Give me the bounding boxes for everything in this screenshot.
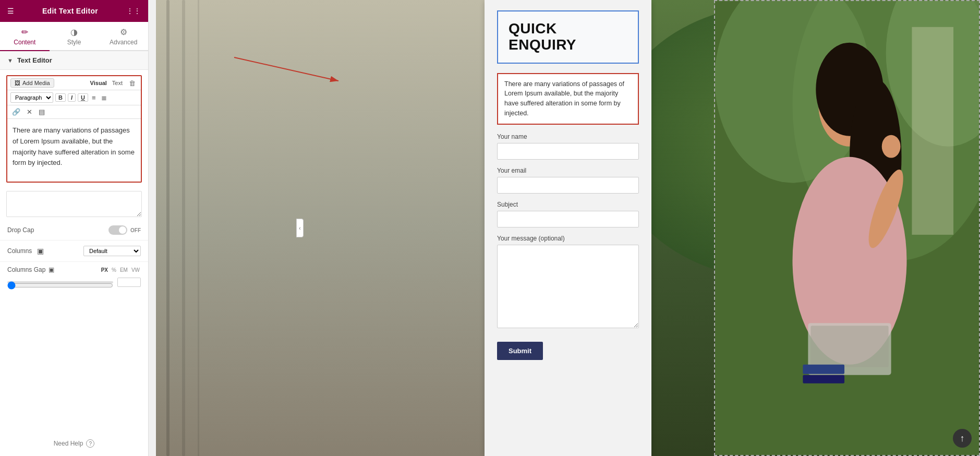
visual-button[interactable]: Visual <box>88 79 109 87</box>
advanced-icon: ⚙ <box>120 27 127 37</box>
submit-button[interactable]: Submit <box>497 342 543 360</box>
text-button[interactable]: Text <box>110 79 125 87</box>
align-button[interactable]: ▤ <box>37 107 46 116</box>
hamburger-icon[interactable]: ☰ <box>7 7 14 15</box>
panel-title: Edit Text Editor <box>42 7 98 15</box>
columns-label: Columns <box>7 247 32 255</box>
svg-rect-13 <box>803 375 844 383</box>
add-media-button[interactable]: 🖼 Add Media <box>10 78 54 88</box>
help-icon: ? <box>86 439 94 448</box>
svg-rect-11 <box>810 326 888 367</box>
message-group: Your message (optional) <box>497 235 639 330</box>
unit-percent[interactable]: % <box>111 267 117 273</box>
toggle-switch[interactable] <box>108 225 127 235</box>
email-label: Your email <box>497 167 639 174</box>
columns-gap-slider[interactable] <box>7 281 113 290</box>
add-media-label: Add Media <box>22 80 50 86</box>
unit-buttons: PX % EM VW <box>100 267 141 273</box>
paragraph-select[interactable]: Paragraph <box>10 92 53 103</box>
svg-rect-5 <box>912 27 953 235</box>
form-container: QUICKENQUIRY There are many variations o… <box>485 0 651 456</box>
subject-label: Subject <box>497 201 639 208</box>
ordered-list-button[interactable]: ≣ <box>100 93 108 102</box>
page-canvas: QUICKENQUIRY There are many variations o… <box>156 0 980 456</box>
columns-gap-input[interactable] <box>117 278 141 287</box>
unit-px[interactable]: PX <box>100 267 109 273</box>
tab-style[interactable]: ◑ Style <box>50 22 99 51</box>
unordered-list-button[interactable]: ≡ <box>90 93 98 102</box>
drop-cap-label: Drop Cap <box>7 226 34 234</box>
main-area: QUICKENQUIRY There are many variations o… <box>156 0 980 456</box>
tab-style-label: Style <box>67 39 81 46</box>
columns-gap-label: Columns Gap <box>7 266 45 273</box>
toggle-off-label: OFF <box>130 227 141 233</box>
tab-content[interactable]: ✏ Content <box>0 22 50 51</box>
email-group: Your email <box>497 167 639 194</box>
slider-row <box>0 275 148 292</box>
message-label: Your message (optional) <box>497 235 639 242</box>
editor-toolbar-row1: 🖼 Add Media Visual Text 🗑 <box>7 76 141 90</box>
columns-gap-row: Columns Gap ▣ PX % EM VW <box>0 262 148 275</box>
drop-cap-toggle[interactable]: OFF <box>108 225 141 235</box>
lorem-text-box: There are many variations of passages of… <box>497 73 639 125</box>
name-input[interactable] <box>497 143 639 160</box>
columns-icon: ▣ <box>37 247 44 255</box>
drop-cap-row: Drop Cap OFF <box>0 220 148 241</box>
name-label: Your name <box>497 133 639 140</box>
collapse-handle[interactable]: ‹ <box>296 219 304 237</box>
subject-group: Subject <box>497 201 639 227</box>
underline-button[interactable]: U <box>78 93 88 102</box>
need-help-label: Need Help <box>54 440 83 447</box>
quick-enquiry-box: QUICKENQUIRY <box>497 10 639 64</box>
delete-button[interactable]: 🗑 <box>127 79 138 88</box>
panel-header: ☰ Edit Text Editor ⋮⋮ <box>0 0 148 22</box>
editor-toolbar-row3: 🔗 ✕ ▤ <box>7 105 141 119</box>
right-image-area <box>714 0 980 456</box>
scroll-to-top-button[interactable]: ↑ <box>953 429 972 448</box>
columns-gap-icon: ▣ <box>49 266 54 273</box>
content-icon: ✏ <box>21 27 28 37</box>
unit-em[interactable]: EM <box>119 267 129 273</box>
panel-tabs: ✏ Content ◑ Style ⚙ Advanced <box>0 22 148 51</box>
svg-rect-12 <box>803 365 844 374</box>
italic-button[interactable]: I <box>68 93 76 102</box>
style-icon: ◑ <box>70 27 78 37</box>
section-header: ▼ Text Editor <box>0 51 148 70</box>
subject-input[interactable] <box>497 211 639 227</box>
slider-track <box>7 281 113 283</box>
section-arrow-icon: ▼ <box>7 57 13 64</box>
unlink-button[interactable]: ✕ <box>25 107 34 116</box>
editor-box: 🖼 Add Media Visual Text 🗑 Paragraph B I … <box>6 75 142 183</box>
bold-button[interactable]: B <box>55 93 66 102</box>
columns-select[interactable]: Default <box>83 246 141 256</box>
tab-advanced[interactable]: ⚙ Advanced <box>99 22 148 51</box>
tab-content-label: Content <box>14 39 35 46</box>
add-media-icon: 🖼 <box>15 80 20 86</box>
quick-enquiry-text: QUICKENQUIRY <box>509 21 627 53</box>
message-textarea[interactable] <box>497 245 639 328</box>
fab-icon: ↑ <box>960 433 965 444</box>
link-button[interactable]: 🔗 <box>10 107 22 116</box>
visual-text-toggle: Visual Text <box>88 79 125 87</box>
tab-advanced-label: Advanced <box>110 39 137 46</box>
editor-toolbar-row2: Paragraph B I U ≡ ≣ <box>7 90 141 105</box>
section-title: Text Editor <box>17 56 52 64</box>
panel-textarea[interactable] <box>6 191 142 217</box>
submit-label: Submit <box>509 347 531 355</box>
grid-icon[interactable]: ⋮⋮ <box>126 7 141 15</box>
lorem-text: There are many variations of passages of… <box>504 80 624 117</box>
editor-text: There are many variations of passages of… <box>13 126 135 166</box>
email-input[interactable] <box>497 177 639 194</box>
columns-row: Columns ▣ Default <box>0 241 148 262</box>
svg-point-15 <box>882 135 901 158</box>
need-help-row[interactable]: Need Help ? <box>0 431 148 456</box>
unit-vw[interactable]: VW <box>130 267 141 273</box>
name-group: Your name <box>497 133 639 160</box>
left-panel: ☰ Edit Text Editor ⋮⋮ ✏ Content ◑ Style … <box>0 0 149 456</box>
editor-content[interactable]: There are many variations of passages of… <box>7 119 141 182</box>
woman-photo <box>715 1 979 455</box>
